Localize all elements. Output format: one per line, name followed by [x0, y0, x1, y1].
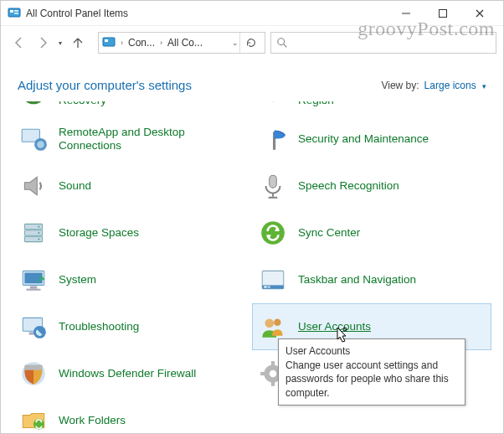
breadcrumb-seg2[interactable]: All Co... — [164, 37, 206, 49]
svg-rect-16 — [272, 194, 274, 197]
viewby-value-text: Large icons — [424, 80, 476, 91]
storage-icon — [18, 218, 49, 248]
svg-rect-27 — [30, 286, 38, 288]
svg-rect-28 — [27, 289, 41, 291]
item-label: Taskbar and Navigation — [298, 273, 416, 287]
up-button[interactable] — [66, 31, 90, 54]
svg-rect-17 — [269, 197, 278, 199]
item-workfolders[interactable]: Work Folders — [13, 397, 252, 434]
item-label: Work Folders — [59, 414, 126, 427]
sound-icon — [18, 171, 49, 201]
svg-rect-44 — [260, 372, 265, 375]
item-label: Windows Defender Firewall — [59, 367, 196, 380]
item-label: Sound — [59, 179, 91, 193]
item-sync[interactable]: Sync Center — [252, 209, 491, 256]
item-label: Sync Center — [298, 226, 360, 240]
address-bar[interactable]: › Con... › All Co... ⌄ — [98, 32, 265, 54]
breadcrumb-seg1[interactable]: Con... — [125, 37, 158, 49]
defender-icon — [18, 359, 49, 389]
item-remoteapp[interactable]: RemoteApp and Desktop Connections — [13, 116, 252, 163]
item-taskbar[interactable]: Taskbar and Navigation — [252, 256, 491, 303]
tooltip-body: Change user account settings and passwor… — [285, 359, 458, 400]
settings-bar: Adjust your computer's settings View by:… — [1, 59, 503, 101]
viewby-label: View by: — [381, 80, 419, 91]
close-button[interactable] — [461, 2, 498, 25]
svg-rect-7 — [105, 39, 108, 42]
svg-rect-39 — [24, 364, 42, 369]
item-label: User Accounts — [298, 320, 371, 333]
svg-point-46 — [33, 419, 44, 430]
remoteapp-icon — [18, 124, 49, 154]
refresh-button[interactable] — [239, 33, 261, 53]
back-button[interactable] — [8, 31, 31, 54]
history-dropdown[interactable]: ▾ — [54, 31, 66, 54]
title-bar: All Control Panel Items — [1, 1, 503, 26]
svg-rect-3 — [14, 13, 18, 14]
svg-point-22 — [38, 232, 39, 234]
svg-rect-15 — [270, 175, 277, 188]
item-label: Region — [298, 101, 334, 107]
item-recovery[interactable]: Recovery — [13, 101, 252, 116]
work-folders-icon — [18, 406, 49, 434]
security-icon — [258, 124, 288, 154]
svg-rect-5 — [440, 9, 447, 17]
item-label: Speech Recognition — [298, 179, 399, 193]
svg-rect-2 — [14, 10, 18, 12]
viewby-dropdown[interactable]: Large icons ▾ — [424, 80, 486, 91]
user-accounts-icon — [258, 312, 288, 342]
region-icon — [258, 101, 288, 107]
recovery-icon — [18, 101, 49, 107]
control-panel-icon — [8, 7, 21, 20]
item-label: Troubleshooting — [59, 320, 139, 333]
item-sound[interactable]: Sound — [13, 163, 252, 209]
svg-point-37 — [274, 318, 281, 326]
svg-rect-1 — [10, 10, 13, 13]
speech-icon — [258, 171, 288, 201]
item-label: RemoteApp and Desktop Connections — [59, 126, 246, 152]
item-speech[interactable]: Speech Recognition — [252, 163, 491, 209]
svg-point-41 — [270, 370, 277, 378]
svg-rect-26 — [24, 273, 42, 284]
system-icon — [18, 265, 49, 295]
minimize-button[interactable] — [388, 2, 424, 25]
tooltip-title: User Accounts — [285, 344, 458, 358]
item-system[interactable]: System — [13, 256, 252, 303]
chevron-right-icon[interactable]: › — [119, 39, 125, 47]
page-heading: Adjust your computer's settings — [18, 78, 192, 92]
chevron-right-icon[interactable]: › — [158, 39, 164, 47]
search-icon — [276, 37, 288, 49]
item-troubleshooting[interactable]: Troubleshooting — [13, 303, 252, 350]
control-panel-icon — [102, 36, 116, 49]
tooltip: User Accounts Change user account settin… — [278, 338, 465, 406]
svg-point-36 — [265, 318, 274, 328]
nav-bar: ▾ › Con... › All Co... ⌄ — [1, 26, 503, 59]
svg-point-8 — [278, 39, 285, 45]
svg-rect-32 — [268, 286, 270, 287]
svg-point-9 — [23, 101, 44, 103]
item-defender[interactable]: Windows Defender Firewall — [13, 350, 252, 397]
item-label: System — [59, 273, 96, 287]
svg-rect-43 — [271, 381, 275, 386]
taskbar-icon — [258, 265, 288, 295]
sync-icon — [258, 218, 288, 248]
item-label: Storage Spaces — [59, 226, 139, 240]
svg-rect-4 — [402, 13, 410, 13]
svg-rect-31 — [264, 286, 266, 287]
svg-point-21 — [38, 226, 39, 228]
window-title: All Control Panel Items — [26, 8, 128, 19]
search-input[interactable] — [270, 32, 496, 54]
forward-button[interactable] — [31, 31, 54, 54]
item-label: Recovery — [59, 101, 106, 107]
svg-point-23 — [38, 238, 39, 240]
item-security[interactable]: Security and Maintenance — [252, 116, 491, 163]
troubleshooting-icon — [18, 312, 49, 342]
item-label: Security and Maintenance — [298, 132, 429, 146]
maximize-button[interactable] — [424, 2, 461, 25]
item-storage[interactable]: Storage Spaces — [13, 209, 252, 256]
chevron-down-icon: ▾ — [482, 82, 486, 90]
item-region[interactable]: Region — [252, 101, 491, 116]
svg-rect-42 — [271, 361, 275, 366]
